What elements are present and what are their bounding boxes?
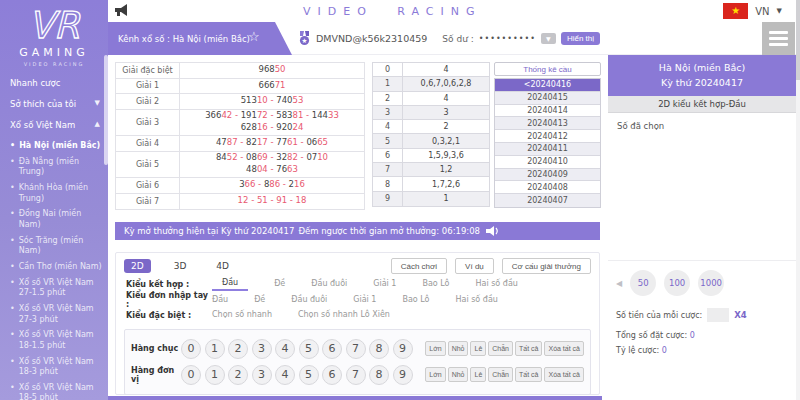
bet-amount-input[interactable] [707, 308, 729, 322]
prize-numbers: 66671 [180, 79, 364, 94]
digit-ball[interactable]: 9 [393, 339, 413, 359]
draw-date-item[interactable]: <20240416 [495, 79, 600, 92]
speaker-icon[interactable] [486, 225, 500, 237]
quick-button[interactable]: Tất cả [515, 341, 542, 356]
sidebar-item[interactable]: •Khánh Hòa (miền Trung) [10, 183, 102, 204]
draw-date-item[interactable]: 20240410 [495, 156, 600, 169]
quick-button[interactable]: Chẵn [488, 367, 513, 382]
digit-ball[interactable]: 9 [393, 365, 413, 385]
digit-ball[interactable]: 8 [369, 339, 389, 359]
tab-4d[interactable]: 4D [209, 259, 236, 273]
megaphone-icon[interactable] [114, 3, 130, 18]
quick-button[interactable]: Nhỏ [448, 367, 469, 382]
digit-ball[interactable]: 4 [275, 365, 295, 385]
bet-option[interactable]: Giải 1 [353, 295, 376, 306]
quick-button[interactable]: Lớn [425, 367, 445, 382]
bet-option[interactable]: Hai số đầu [476, 279, 518, 290]
sidebar-item[interactable]: •Đồng Nai (miền Nam) [10, 209, 102, 230]
sidebar-item[interactable]: •Xổ số VR Việt Nam 27-3 phút [10, 304, 102, 325]
chip-100[interactable]: 100 [664, 270, 690, 296]
digit-ball[interactable]: 8 [369, 365, 389, 385]
digit-ball[interactable]: 7 [346, 365, 366, 385]
stats-header-button[interactable]: Thống kê cầu [494, 62, 601, 76]
digit-ball[interactable]: 3 [252, 365, 272, 385]
bet-option[interactable]: Chọn số nhanh Lô Xiên [298, 310, 390, 321]
digit-ball[interactable]: 5 [299, 365, 319, 385]
chip-50[interactable]: 50 [630, 270, 656, 296]
quick-button[interactable]: Nhỏ [448, 341, 469, 356]
digit-ball[interactable]: 6 [322, 365, 342, 385]
digit-ball[interactable]: 3 [252, 339, 272, 359]
digit-ball[interactable]: 2 [228, 339, 248, 359]
bet-option[interactable]: Đầu [212, 278, 248, 291]
draw-date-item[interactable]: 20240414 [495, 105, 600, 118]
help-button[interactable]: Ví dụ [455, 258, 494, 274]
digit-ball[interactable]: 5 [299, 339, 319, 359]
tab-2d[interactable]: 2D [124, 259, 151, 273]
tab-3d[interactable]: 3D [167, 259, 194, 273]
balance-dropdown-icon[interactable]: ▼ [541, 33, 556, 44]
digit-ball[interactable]: 1 [205, 365, 225, 385]
sidebar-item[interactable]: •Xổ số VR Việt Nam 18-5 phút [10, 383, 102, 400]
bet-option[interactable]: Bao Lô [402, 295, 429, 306]
digit-ball[interactable]: 6 [322, 339, 342, 359]
sidebar-section-Sở thích của tôi[interactable]: Sở thích của tôi▼ [10, 99, 102, 109]
help-buttons: Cách chơiVí dụCơ cấu giải thưởng [391, 258, 591, 274]
quick-button[interactable]: Lẻ [470, 367, 486, 382]
bet-option[interactable]: Giải 1 [373, 279, 396, 290]
draw-date-item[interactable]: 20240407 [495, 194, 600, 207]
sidebar-section-Xổ số Việt Nam[interactable]: Xổ số Việt Nam▲ [10, 120, 102, 130]
bet-option[interactable]: Đầu đuôi [291, 295, 327, 306]
bet-option[interactable]: Đề [254, 295, 265, 306]
odds-value: 0 [662, 346, 667, 355]
bet-option[interactable]: Đề [274, 279, 285, 290]
draw-date-item[interactable]: 20240409 [495, 169, 600, 182]
digit-stat-row: 24 [373, 92, 489, 106]
digit-ball[interactable]: 2 [228, 365, 248, 385]
sidebar-item[interactable]: •Xổ số VR Việt Nam 18-3 phút [10, 357, 102, 378]
sidebar-item[interactable]: •Xổ số VR Việt Nam 18-1.5 phút [10, 330, 102, 351]
chip-1000[interactable]: 1000 [698, 270, 724, 296]
quick-button[interactable]: Xóa tất cả [544, 367, 584, 382]
sidebar-item[interactable]: •Đà Nẵng (miền Trung) [10, 157, 102, 178]
digit-ball[interactable]: 7 [346, 339, 366, 359]
favorite-star-icon[interactable]: ☆ [248, 29, 260, 44]
bet-option[interactable]: Hai số đầu [456, 295, 498, 306]
show-balance-button[interactable]: Hiển thị [561, 32, 600, 45]
bet-option[interactable]: Bao Lô [422, 279, 449, 290]
digit-ball[interactable]: 0 [181, 365, 201, 385]
help-button[interactable]: Cách chơi [391, 258, 447, 274]
number-row-label: Hàng đơn vị [131, 366, 181, 384]
bet-option[interactable]: Đầu đuôi [311, 279, 347, 290]
sidebar-item[interactable]: •Cần Thơ (miền Nam) [10, 262, 102, 272]
bet-option[interactable]: Đầu [212, 295, 228, 306]
digit-ball[interactable]: 0 [181, 339, 201, 359]
sidebar-item[interactable]: •Sóc Trăng (miền Nam) [10, 236, 102, 257]
sidebar-section-Nhanh cược[interactable]: Nhanh cược [10, 78, 102, 88]
digit-ball[interactable]: 1 [205, 339, 225, 359]
digit-ball[interactable]: 4 [275, 339, 295, 359]
quick-button[interactable]: Chẵn [488, 341, 513, 356]
quick-button[interactable]: Lớn [425, 341, 445, 356]
bet-option[interactable]: Chọn số nhanh [212, 310, 272, 321]
draw-date-item[interactable]: 20240415 [495, 92, 600, 105]
lang-selector[interactable]: ★ VN ▼ [723, 3, 782, 19]
sidebar-scrollbar[interactable] [104, 55, 108, 165]
page-scrollbar[interactable] [796, 0, 800, 400]
quick-button[interactable]: Lẻ [470, 341, 486, 356]
hamburger-menu-icon[interactable] [762, 22, 795, 55]
bet-slip-mode: 2D kiểu kết hợp-Đầu [608, 96, 796, 113]
draw-date-item[interactable]: 20240412 [495, 130, 600, 143]
help-button[interactable]: Cơ cấu giải thưởng [502, 258, 591, 274]
bullet-icon: • [10, 304, 15, 325]
draw-date-item[interactable]: 20240413 [495, 117, 600, 130]
draw-date-item[interactable]: 20240408 [495, 181, 600, 194]
draw-date-item[interactable]: 20240411 [495, 143, 600, 156]
sidebar-item[interactable]: •Hà Nội (miền Bắc) [10, 141, 102, 151]
sidebar-item[interactable]: •Xổ số VR Việt Nam 27-1.5 phút [10, 278, 102, 299]
bullet-icon: • [10, 383, 15, 400]
chip-prev-icon[interactable]: ◀ [616, 279, 622, 288]
quick-button[interactable]: Xóa tất cả [544, 341, 584, 356]
vr-logo[interactable]: VR GAMING VIDEO RACING [0, 0, 108, 67]
quick-button[interactable]: Tất cả [515, 367, 542, 382]
